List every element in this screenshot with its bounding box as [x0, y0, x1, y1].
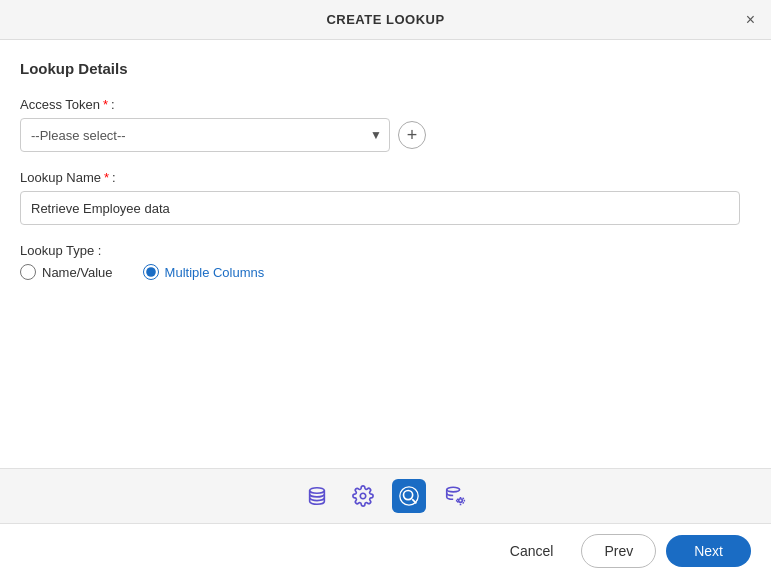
svg-point-0 [309, 488, 324, 494]
search-circle-icon-button[interactable] [392, 479, 426, 513]
database-gear-icon [444, 485, 466, 507]
lookup-name-required: * [104, 170, 109, 185]
footer-icons [0, 468, 771, 523]
radio-name-value[interactable]: Name/Value [20, 264, 113, 280]
svg-point-6 [458, 499, 462, 503]
cancel-button[interactable]: Cancel [492, 535, 572, 567]
radio-multiple-columns-label: Multiple Columns [165, 265, 265, 280]
gear-search-icon [352, 485, 374, 507]
radio-name-value-label: Name/Value [42, 265, 113, 280]
lookup-type-group: Lookup Type : Name/Value Multiple Column… [20, 243, 751, 280]
access-token-group: Access Token * : --Please select-- ▼ + [20, 97, 751, 152]
svg-point-5 [446, 487, 459, 492]
dialog-body: Lookup Details Access Token * : --Please… [0, 40, 771, 468]
lookup-name-input[interactable] [20, 191, 740, 225]
footer-actions: Cancel Prev Next [0, 523, 771, 578]
lookup-type-radio-group: Name/Value Multiple Columns [20, 264, 751, 280]
access-token-required: * [103, 97, 108, 112]
search-circle-icon [398, 485, 420, 507]
access-token-row: --Please select-- ▼ + [20, 118, 751, 152]
lookup-name-group: Lookup Name * : [20, 170, 751, 225]
dialog-header: CREATE LOOKUP × [0, 0, 771, 40]
close-button[interactable]: × [742, 10, 759, 30]
radio-multiple-columns-input[interactable] [143, 264, 159, 280]
database-gear-icon-button[interactable] [438, 479, 472, 513]
lookup-type-label: Lookup Type : [20, 243, 751, 258]
radio-name-value-input[interactable] [20, 264, 36, 280]
gear-search-icon-button[interactable] [346, 479, 380, 513]
next-button[interactable]: Next [666, 535, 751, 567]
lookup-name-label: Lookup Name * : [20, 170, 751, 185]
create-lookup-dialog: CREATE LOOKUP × Lookup Details Access To… [0, 0, 771, 578]
svg-point-4 [399, 487, 417, 505]
radio-multiple-columns[interactable]: Multiple Columns [143, 264, 265, 280]
dialog-title: CREATE LOOKUP [326, 12, 444, 27]
svg-point-1 [360, 493, 366, 499]
database-icon-button[interactable] [300, 479, 334, 513]
access-token-select[interactable]: --Please select-- [20, 118, 390, 152]
section-title: Lookup Details [20, 60, 751, 77]
prev-button[interactable]: Prev [581, 534, 656, 568]
database-icon [306, 485, 328, 507]
access-token-label: Access Token * : [20, 97, 751, 112]
access-token-select-wrapper: --Please select-- ▼ [20, 118, 390, 152]
add-access-token-button[interactable]: + [398, 121, 426, 149]
svg-point-2 [403, 491, 412, 500]
